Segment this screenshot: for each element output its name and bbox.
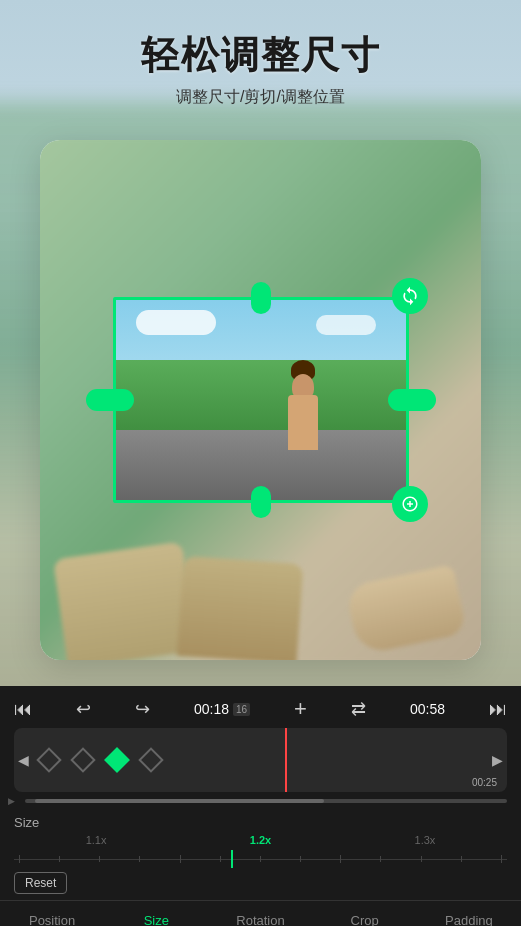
ruler-track[interactable] (14, 850, 507, 868)
tick-6 (220, 856, 221, 862)
end-time-display: 00:58 (410, 701, 445, 717)
keyframes-container (20, 747, 164, 773)
tab-size-label: Size (144, 913, 169, 926)
handle-right[interactable] (388, 389, 436, 411)
tab-rotation-label: Rotation (236, 913, 284, 926)
ruler-labels: 1.1x 1.2x 1.3x (14, 834, 507, 846)
keyframe-2[interactable] (70, 747, 96, 773)
size-label: Size (14, 815, 39, 830)
scroll-container: ▶ (8, 795, 513, 807)
tick-7 (260, 856, 261, 862)
reset-button-area: Reset (14, 872, 507, 894)
tick-11 (421, 856, 422, 862)
keyframe-4[interactable] (138, 747, 164, 773)
tick-12 (461, 856, 462, 862)
tick-2 (59, 856, 60, 862)
tick-1 (19, 855, 20, 863)
ruler-indicator (231, 850, 233, 868)
redo-icon[interactable]: ↪ (135, 698, 150, 720)
bottom-tabs: Position Size Rotation Crop Padding (0, 900, 521, 926)
timeline-timestamp: 00:25 (472, 777, 497, 788)
swap-icon[interactable]: ⇄ (351, 698, 366, 720)
tab-position-label: Position (29, 913, 75, 926)
timeline-toolbar: ⏮ ↩ ↪ 00:18 16 + ⇄ 00:58 ⏭ (0, 686, 521, 728)
tick-5 (180, 855, 181, 863)
playhead (285, 728, 287, 792)
tick-10 (380, 856, 381, 862)
play-indicator: ▶ (8, 796, 15, 806)
tab-padding-label: Padding (445, 913, 493, 926)
keyframe-3[interactable] (104, 747, 130, 773)
timeline-inner (14, 728, 507, 792)
add-button[interactable]: + (294, 696, 307, 722)
back-to-start-icon[interactable]: ⏮ (14, 699, 32, 720)
editor-frame (40, 140, 481, 660)
ruler-label-left: 1.1x (86, 834, 107, 846)
scroll-thumb (35, 799, 324, 803)
frame-number: 16 (233, 703, 250, 716)
keyframe-1[interactable] (36, 747, 62, 773)
timeline-track-container: ◀ 00:2 (8, 728, 513, 807)
tab-size[interactable]: Size (104, 901, 208, 926)
bottom-panel: ⏮ ↩ ↪ 00:18 16 + ⇄ 00:58 ⏭ ◀ (0, 686, 521, 926)
current-time-display: 00:18 16 (194, 701, 250, 717)
ruler-ticks (14, 850, 507, 868)
reset-button[interactable]: Reset (14, 872, 67, 894)
handle-top[interactable] (251, 282, 271, 314)
scroll-bar[interactable] (25, 799, 507, 803)
tick-8 (300, 856, 301, 862)
rotation-handle[interactable] (392, 278, 428, 314)
ruler-label-right: 1.3x (415, 834, 436, 846)
handle-left[interactable] (86, 389, 134, 411)
go-to-end-icon[interactable]: ⏭ (489, 699, 507, 720)
tab-crop-label: Crop (351, 913, 379, 926)
timeline-nav-right[interactable]: ▶ (492, 752, 503, 768)
undo-icon[interactable]: ↩ (76, 698, 91, 720)
header: 轻松调整尺寸 调整尺寸/剪切/调整位置 (0, 0, 521, 108)
size-control-area: Size (0, 811, 521, 834)
tick-13 (501, 855, 502, 863)
tick-3 (99, 856, 100, 862)
tab-position[interactable]: Position (0, 901, 104, 926)
tab-padding[interactable]: Padding (417, 901, 521, 926)
current-time: 00:18 (194, 701, 229, 717)
tick-4 (139, 856, 140, 862)
tab-crop[interactable]: Crop (313, 901, 417, 926)
timeline-nav-left[interactable]: ◀ (18, 752, 29, 768)
subtitle: 调整尺寸/剪切/调整位置 (0, 87, 521, 108)
tick-9 (340, 855, 341, 863)
main-title: 轻松调整尺寸 (0, 30, 521, 81)
ruler-label-active: 1.2x (250, 834, 271, 846)
ruler-container: 1.1x 1.2x 1.3x (0, 834, 521, 898)
tab-rotation[interactable]: Rotation (208, 901, 312, 926)
timeline-track[interactable]: ◀ 00:2 (14, 728, 507, 792)
canvas-area (40, 140, 481, 660)
